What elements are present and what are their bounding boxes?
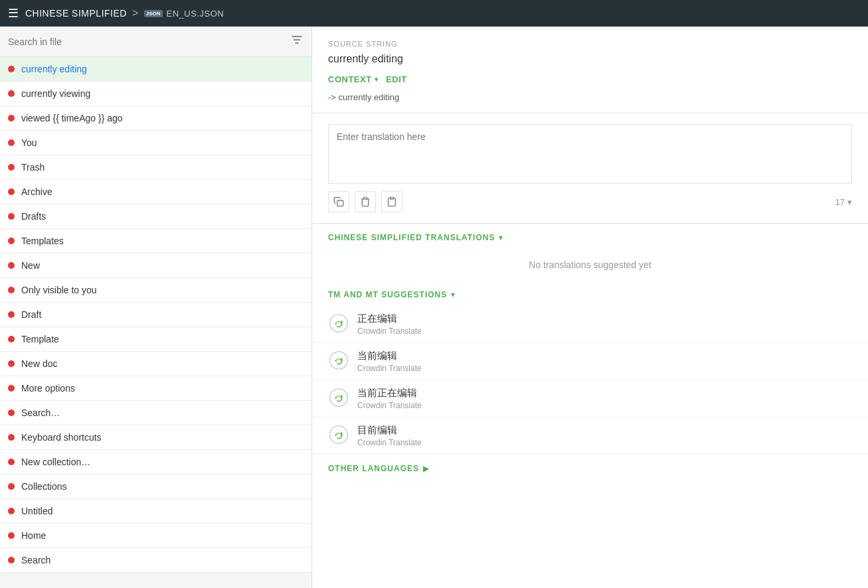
- item-label: Draft: [21, 309, 41, 320]
- status-dot: [8, 262, 15, 269]
- other-languages-section-header: OTHER LANGUAGES ▶: [312, 455, 868, 480]
- status-dot: [8, 483, 15, 490]
- list-item[interactable]: Keyboard shortcuts: [0, 425, 311, 450]
- chinese-translations-arrow[interactable]: ▾: [499, 233, 503, 242]
- breadcrumb-file[interactable]: JSON EN_US.JSON: [144, 9, 224, 19]
- char-count-arrow[interactable]: ▾: [847, 197, 852, 207]
- item-label: New: [21, 260, 40, 271]
- list-item[interactable]: Search…: [0, 401, 311, 425]
- item-label: Search…: [21, 407, 60, 418]
- status-dot: [8, 360, 15, 367]
- suggestion-content: 当前正在编辑 Crowdin Translate: [357, 387, 422, 410]
- svg-point-8: [330, 352, 348, 370]
- status-dot: [8, 459, 15, 465]
- svg-point-14: [330, 426, 348, 444]
- list-item[interactable]: Template: [0, 327, 311, 352]
- copy-source-button[interactable]: [328, 191, 349, 212]
- paste-button[interactable]: [381, 191, 402, 212]
- svg-point-15: [335, 434, 337, 436]
- translation-input[interactable]: [328, 124, 852, 184]
- status-dot: [8, 311, 15, 318]
- status-dot: [8, 532, 15, 539]
- item-label: Drafts: [21, 211, 46, 222]
- breadcrumb-separator: >: [132, 7, 139, 19]
- edit-button[interactable]: EDIT: [386, 74, 407, 84]
- list-item[interactable]: Draft: [0, 303, 311, 327]
- svg-point-5: [330, 315, 348, 332]
- suggestion-item[interactable]: 当前编辑 Crowdin Translate: [312, 343, 868, 380]
- list-item[interactable]: Collections: [0, 475, 311, 499]
- item-label: Templates: [21, 236, 64, 246]
- status-dot: [8, 336, 15, 342]
- file-name: EN_US.JSON: [167, 9, 224, 19]
- svg-point-7: [341, 321, 343, 323]
- list-item[interactable]: Only visible to you: [0, 278, 311, 303]
- list-item[interactable]: Templates: [0, 229, 311, 254]
- suggestion-item[interactable]: 目前编辑 Crowdin Translate: [312, 417, 868, 455]
- list-item[interactable]: Archive: [0, 180, 311, 204]
- clear-button[interactable]: [355, 191, 376, 212]
- item-label: Collections: [21, 481, 66, 492]
- suggestion-text: 当前正在编辑: [357, 387, 422, 400]
- list-item[interactable]: New: [0, 254, 311, 278]
- char-count-value: 17: [835, 197, 845, 207]
- context-button[interactable]: CONTEXT ▾: [328, 74, 378, 84]
- svg-point-6: [335, 323, 337, 325]
- other-languages-label[interactable]: OTHER LANGUAGES: [328, 464, 419, 473]
- breadcrumb: CHINESE SIMPLIFIED > JSON EN_US.JSON: [25, 7, 224, 19]
- list-item[interactable]: currently viewing: [0, 82, 311, 106]
- svg-point-10: [341, 358, 343, 360]
- list-item[interactable]: Trash: [0, 155, 311, 180]
- status-dot: [8, 508, 15, 514]
- suggestion-source: Crowdin Translate: [357, 364, 422, 373]
- list-item[interactable]: Drafts: [0, 204, 311, 229]
- translation-toolbar: 17 ▾: [328, 186, 852, 212]
- right-panel: SOURCE STRING currently editing CONTEXT …: [312, 27, 868, 588]
- suggestion-text: 目前编辑: [357, 424, 422, 437]
- status-dot: [8, 139, 15, 146]
- filter-icon[interactable]: [290, 33, 304, 50]
- item-label: New doc: [21, 358, 57, 369]
- other-languages-arrow[interactable]: ▶: [423, 464, 429, 473]
- menu-icon[interactable]: ☰: [8, 6, 19, 21]
- svg-rect-4: [390, 197, 393, 199]
- list-item[interactable]: You: [0, 131, 311, 155]
- list-item[interactable]: More options: [0, 376, 311, 401]
- item-label: Search: [21, 555, 50, 565]
- suggestion-text: 当前编辑: [357, 350, 422, 362]
- list-item[interactable]: Untitled: [0, 499, 311, 524]
- item-label: New collection…: [21, 457, 90, 467]
- suggestion-source: Crowdin Translate: [357, 401, 422, 410]
- item-label: Home: [21, 530, 46, 541]
- suggestion-item[interactable]: 当前正在编辑 Crowdin Translate: [312, 380, 868, 417]
- breadcrumb-main[interactable]: CHINESE SIMPLIFIED: [25, 8, 127, 19]
- list-item[interactable]: Home: [0, 524, 311, 548]
- list-item[interactable]: viewed {{ timeAgo }} ago: [0, 106, 311, 131]
- tm-suggestions-section-header: TM AND MT SUGGESTIONS ▾: [312, 281, 868, 306]
- crowdin-icon: [328, 313, 349, 334]
- list-item[interactable]: currently editing: [0, 57, 311, 82]
- item-label: Keyboard shortcuts: [21, 432, 102, 443]
- item-label: Only visible to you: [21, 285, 97, 295]
- list-container: currently editing currently viewing view…: [0, 57, 311, 588]
- json-icon: JSON: [144, 10, 163, 17]
- search-bar: [0, 27, 311, 57]
- item-label: Trash: [21, 162, 44, 173]
- translation-area: 17 ▾: [312, 113, 868, 224]
- item-label: Untitled: [21, 506, 52, 516]
- chinese-translations-section-header: CHINESE SIMPLIFIED TRANSLATIONS ▾: [312, 224, 868, 249]
- item-label: currently editing: [21, 64, 87, 74]
- crowdin-icon: [328, 424, 349, 445]
- tm-suggestions-label[interactable]: TM AND MT SUGGESTIONS: [328, 290, 447, 299]
- status-dot: [8, 409, 15, 416]
- context-label: CONTEXT: [328, 74, 372, 84]
- search-input[interactable]: [8, 37, 285, 47]
- suggestion-item[interactable]: 正在编辑 Crowdin Translate: [312, 306, 868, 343]
- list-item[interactable]: New collection…: [0, 450, 311, 475]
- chinese-translations-label[interactable]: CHINESE SIMPLIFIED TRANSLATIONS: [328, 233, 495, 242]
- list-item[interactable]: Search: [0, 548, 311, 573]
- status-dot: [8, 434, 15, 441]
- list-item[interactable]: New doc: [0, 352, 311, 376]
- tm-suggestions-arrow[interactable]: ▾: [451, 290, 455, 299]
- svg-point-16: [341, 433, 343, 435]
